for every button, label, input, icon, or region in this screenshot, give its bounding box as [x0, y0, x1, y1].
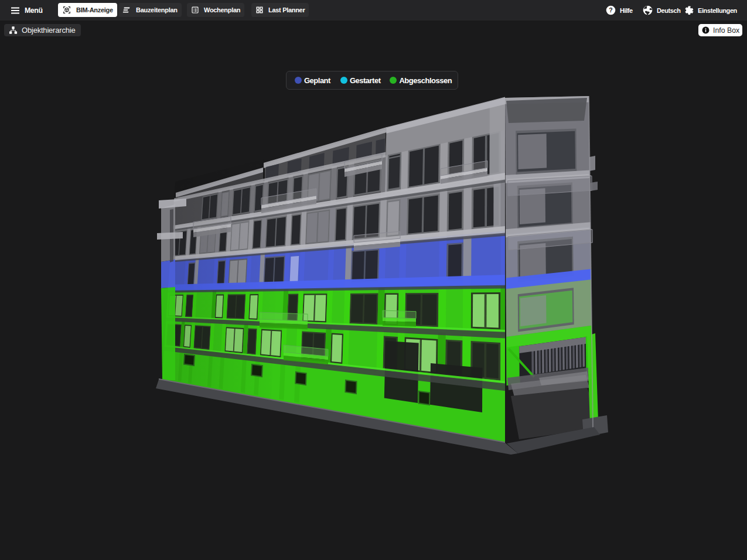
svg-text:?: ? — [609, 6, 612, 13]
